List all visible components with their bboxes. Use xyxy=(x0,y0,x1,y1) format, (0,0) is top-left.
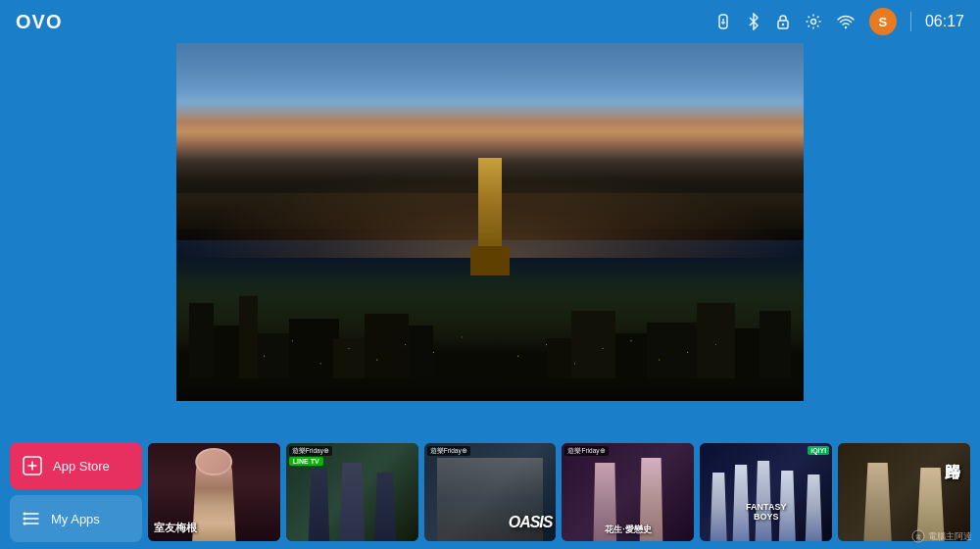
app-buttons: App Store My Apps xyxy=(10,442,142,542)
ovo-logo: OVO xyxy=(16,11,62,33)
svg-point-12 xyxy=(24,513,26,516)
remote-icon xyxy=(714,13,732,30)
clock: 06:17 xyxy=(925,13,964,30)
app-store-icon xyxy=(22,455,43,476)
topbar-divider xyxy=(910,12,911,31)
thumbnail-6[interactable]: 歸路 xyxy=(838,443,970,541)
horizon-haze xyxy=(176,193,804,229)
city-silhouette xyxy=(176,251,804,401)
thumb6-bg xyxy=(838,443,970,541)
thumb3-oasis-title: OASIS xyxy=(509,514,553,531)
user-avatar[interactable]: S xyxy=(869,8,897,35)
svg-point-7 xyxy=(845,26,847,28)
main-video[interactable] xyxy=(176,43,804,401)
thumb2-badge: 遊樂Friday⊕ xyxy=(289,446,332,456)
topbar: OVO xyxy=(0,0,980,43)
thumbnail-2[interactable]: 遊樂Friday⊕ LINE TV xyxy=(286,443,418,541)
svg-point-14 xyxy=(24,523,26,525)
thumb4-badge: 遊樂Friday⊕ xyxy=(564,446,608,456)
bluetooth-icon xyxy=(746,13,761,30)
video-background xyxy=(176,43,804,401)
topbar-icons: S 06:17 xyxy=(714,8,964,35)
thumb5-iqiyi-badge: iQIYI xyxy=(808,446,829,455)
my-apps-label: My Apps xyxy=(51,512,100,526)
svg-point-1 xyxy=(722,19,724,21)
svg-point-6 xyxy=(810,20,815,25)
svg-point-5 xyxy=(782,24,784,25)
svg-text:電: 電 xyxy=(915,534,921,540)
thumb5-title: FANTASYBOYS xyxy=(746,502,786,522)
thumb2-linetv-badge: LINE TV xyxy=(289,457,323,466)
thumb1-head xyxy=(196,448,233,475)
thumbnail-3[interactable]: 遊樂Friday⊕ OASIS xyxy=(424,443,557,541)
my-apps-icon xyxy=(22,509,41,528)
thumbnail-4[interactable]: 遊樂Friday⊕ 花生·愛戀史 xyxy=(562,443,694,541)
thumb4-title: 花生·愛戀史 xyxy=(605,524,652,536)
my-apps-button[interactable]: My Apps xyxy=(10,495,142,542)
svg-point-13 xyxy=(24,518,26,521)
settings-icon[interactable] xyxy=(805,13,822,30)
thumbnail-5[interactable]: iQIYI FANTASYBOYS xyxy=(700,443,832,541)
wifi-icon xyxy=(836,14,856,29)
thumb1-title: 室友梅根 xyxy=(154,521,197,535)
bottom-bar: App Store My Apps xyxy=(0,435,980,549)
watermark: 電 電腦主阿達 xyxy=(911,529,972,545)
thumb3-badge: 遊樂Friday⊕ xyxy=(427,446,470,456)
app-store-label: App Store xyxy=(53,459,110,474)
app-store-button[interactable]: App Store xyxy=(10,442,142,489)
thumbnail-1[interactable]: 室友梅根 xyxy=(148,443,280,541)
lock-icon xyxy=(775,13,791,30)
thumbnail-strip: 室友梅根 遊樂Friday⊕ LINE TV 遊樂Friday⊕ OAS xyxy=(148,443,970,541)
